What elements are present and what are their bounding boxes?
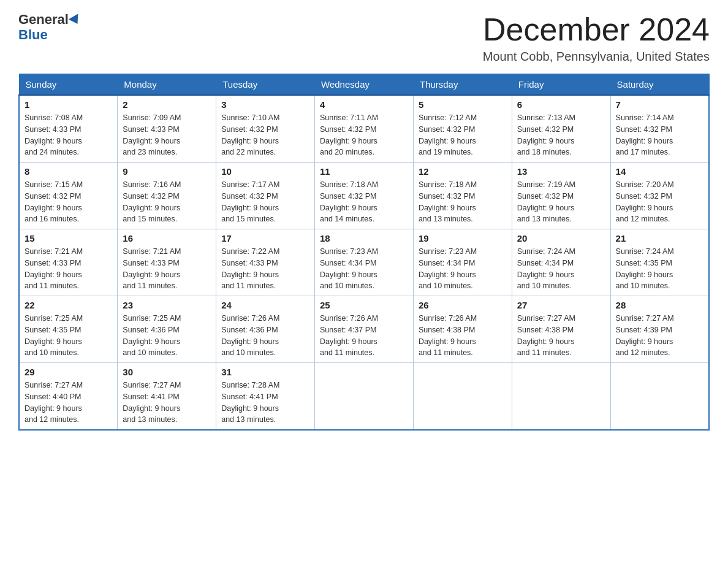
table-row: 30 Sunrise: 7:27 AM Sunset: 4:41 PM Dayl…	[118, 363, 216, 431]
table-row: 3 Sunrise: 7:10 AM Sunset: 4:32 PM Dayli…	[216, 95, 315, 163]
logo: General Blue	[18, 12, 81, 43]
day-number: 20	[517, 233, 605, 243]
day-info: Sunrise: 7:08 AM Sunset: 4:33 PM Dayligh…	[25, 112, 112, 158]
day-info: Sunrise: 7:11 AM Sunset: 4:32 PM Dayligh…	[320, 112, 408, 158]
day-number: 10	[221, 166, 309, 177]
day-info: Sunrise: 7:12 AM Sunset: 4:32 PM Dayligh…	[419, 112, 507, 158]
table-row: 1 Sunrise: 7:08 AM Sunset: 4:33 PM Dayli…	[19, 95, 118, 163]
day-number: 23	[123, 300, 211, 310]
day-number: 13	[517, 166, 605, 177]
table-row: 17 Sunrise: 7:22 AM Sunset: 4:33 PM Dayl…	[216, 229, 315, 296]
col-sunday: Sunday	[19, 74, 118, 96]
day-info: Sunrise: 7:27 AM Sunset: 4:41 PM Dayligh…	[123, 380, 211, 426]
logo-line2: Blue	[18, 27, 48, 43]
col-monday: Monday	[118, 74, 216, 96]
day-info: Sunrise: 7:21 AM Sunset: 4:33 PM Dayligh…	[25, 246, 112, 292]
table-row: 29 Sunrise: 7:27 AM Sunset: 4:40 PM Dayl…	[19, 363, 118, 431]
table-row: 11 Sunrise: 7:18 AM Sunset: 4:32 PM Dayl…	[315, 163, 414, 229]
title-area: December 2024 Mount Cobb, Pennsylvania, …	[483, 12, 710, 64]
day-info: Sunrise: 7:09 AM Sunset: 4:33 PM Dayligh…	[123, 112, 211, 158]
table-row: 24 Sunrise: 7:26 AM Sunset: 4:36 PM Dayl…	[216, 296, 315, 363]
col-friday: Friday	[512, 74, 610, 96]
day-info: Sunrise: 7:18 AM Sunset: 4:32 PM Dayligh…	[320, 179, 408, 225]
table-row: 8 Sunrise: 7:15 AM Sunset: 4:32 PM Dayli…	[19, 163, 118, 229]
col-thursday: Thursday	[413, 74, 512, 96]
day-number: 3	[221, 99, 309, 110]
table-row: 20 Sunrise: 7:24 AM Sunset: 4:34 PM Dayl…	[512, 229, 610, 296]
col-wednesday: Wednesday	[315, 74, 414, 96]
day-info: Sunrise: 7:23 AM Sunset: 4:34 PM Dayligh…	[419, 246, 507, 292]
day-info: Sunrise: 7:28 AM Sunset: 4:41 PM Dayligh…	[221, 380, 309, 426]
table-row: 22 Sunrise: 7:25 AM Sunset: 4:35 PM Dayl…	[19, 296, 118, 363]
day-number: 26	[419, 300, 507, 310]
day-info: Sunrise: 7:13 AM Sunset: 4:32 PM Dayligh…	[517, 112, 605, 158]
table-row: 21 Sunrise: 7:24 AM Sunset: 4:35 PM Dayl…	[610, 229, 709, 296]
day-number: 18	[320, 233, 408, 243]
day-info: Sunrise: 7:26 AM Sunset: 4:38 PM Dayligh…	[419, 313, 507, 359]
table-row: 18 Sunrise: 7:23 AM Sunset: 4:34 PM Dayl…	[315, 229, 414, 296]
day-number: 17	[221, 233, 309, 243]
day-number: 15	[25, 233, 112, 243]
table-row: 31 Sunrise: 7:28 AM Sunset: 4:41 PM Dayl…	[216, 363, 315, 431]
table-row	[512, 363, 610, 431]
day-info: Sunrise: 7:18 AM Sunset: 4:32 PM Dayligh…	[419, 179, 507, 225]
table-row: 5 Sunrise: 7:12 AM Sunset: 4:32 PM Dayli…	[413, 95, 512, 163]
table-row	[610, 363, 709, 431]
day-info: Sunrise: 7:27 AM Sunset: 4:39 PM Dayligh…	[616, 313, 703, 359]
day-info: Sunrise: 7:21 AM Sunset: 4:33 PM Dayligh…	[123, 246, 211, 292]
day-number: 22	[25, 300, 112, 310]
day-info: Sunrise: 7:24 AM Sunset: 4:35 PM Dayligh…	[616, 246, 703, 292]
day-info: Sunrise: 7:15 AM Sunset: 4:32 PM Dayligh…	[25, 179, 112, 225]
day-info: Sunrise: 7:24 AM Sunset: 4:34 PM Dayligh…	[517, 246, 605, 292]
calendar-week-row: 1 Sunrise: 7:08 AM Sunset: 4:33 PM Dayli…	[19, 95, 709, 163]
day-info: Sunrise: 7:25 AM Sunset: 4:35 PM Dayligh…	[25, 313, 112, 359]
day-number: 29	[25, 367, 112, 377]
day-info: Sunrise: 7:26 AM Sunset: 4:37 PM Dayligh…	[320, 313, 408, 359]
day-number: 27	[517, 300, 605, 310]
col-tuesday: Tuesday	[216, 74, 315, 96]
day-number: 6	[517, 99, 605, 110]
table-row: 9 Sunrise: 7:16 AM Sunset: 4:32 PM Dayli…	[118, 163, 216, 229]
logo-triangle-icon	[69, 14, 83, 27]
day-info: Sunrise: 7:17 AM Sunset: 4:32 PM Dayligh…	[221, 179, 309, 225]
day-info: Sunrise: 7:22 AM Sunset: 4:33 PM Dayligh…	[221, 246, 309, 292]
calendar-week-row: 15 Sunrise: 7:21 AM Sunset: 4:33 PM Dayl…	[19, 229, 709, 296]
table-row: 4 Sunrise: 7:11 AM Sunset: 4:32 PM Dayli…	[315, 95, 414, 163]
calendar-week-row: 29 Sunrise: 7:27 AM Sunset: 4:40 PM Dayl…	[19, 363, 709, 431]
day-number: 30	[123, 367, 211, 377]
location-title: Mount Cobb, Pennsylvania, United States	[483, 50, 710, 64]
logo-text: General	[18, 12, 81, 27]
table-row: 12 Sunrise: 7:18 AM Sunset: 4:32 PM Dayl…	[413, 163, 512, 229]
month-title: December 2024	[483, 12, 710, 47]
day-number: 12	[419, 166, 507, 177]
day-number: 4	[320, 99, 408, 110]
calendar-week-row: 8 Sunrise: 7:15 AM Sunset: 4:32 PM Dayli…	[19, 163, 709, 229]
day-number: 5	[419, 99, 507, 110]
day-info: Sunrise: 7:27 AM Sunset: 4:40 PM Dayligh…	[25, 380, 112, 426]
table-row: 25 Sunrise: 7:26 AM Sunset: 4:37 PM Dayl…	[315, 296, 414, 363]
table-row	[413, 363, 512, 431]
day-number: 11	[320, 166, 408, 177]
day-number: 25	[320, 300, 408, 310]
day-number: 2	[123, 99, 211, 110]
table-row: 10 Sunrise: 7:17 AM Sunset: 4:32 PM Dayl…	[216, 163, 315, 229]
calendar-table: Sunday Monday Tuesday Wednesday Thursday…	[18, 74, 710, 431]
table-row: 16 Sunrise: 7:21 AM Sunset: 4:33 PM Dayl…	[118, 229, 216, 296]
calendar-header-row: Sunday Monday Tuesday Wednesday Thursday…	[19, 74, 709, 96]
day-number: 21	[616, 233, 703, 243]
table-row	[315, 363, 414, 431]
table-row: 19 Sunrise: 7:23 AM Sunset: 4:34 PM Dayl…	[413, 229, 512, 296]
table-row: 6 Sunrise: 7:13 AM Sunset: 4:32 PM Dayli…	[512, 95, 610, 163]
table-row: 2 Sunrise: 7:09 AM Sunset: 4:33 PM Dayli…	[118, 95, 216, 163]
day-info: Sunrise: 7:23 AM Sunset: 4:34 PM Dayligh…	[320, 246, 408, 292]
day-info: Sunrise: 7:26 AM Sunset: 4:36 PM Dayligh…	[221, 313, 309, 359]
day-info: Sunrise: 7:20 AM Sunset: 4:32 PM Dayligh…	[616, 179, 703, 225]
table-row: 27 Sunrise: 7:27 AM Sunset: 4:38 PM Dayl…	[512, 296, 610, 363]
day-number: 16	[123, 233, 211, 243]
day-number: 14	[616, 166, 703, 177]
day-info: Sunrise: 7:10 AM Sunset: 4:32 PM Dayligh…	[221, 112, 309, 158]
day-number: 28	[616, 300, 703, 310]
day-number: 8	[25, 166, 112, 177]
table-row: 23 Sunrise: 7:25 AM Sunset: 4:36 PM Dayl…	[118, 296, 216, 363]
table-row: 13 Sunrise: 7:19 AM Sunset: 4:32 PM Dayl…	[512, 163, 610, 229]
